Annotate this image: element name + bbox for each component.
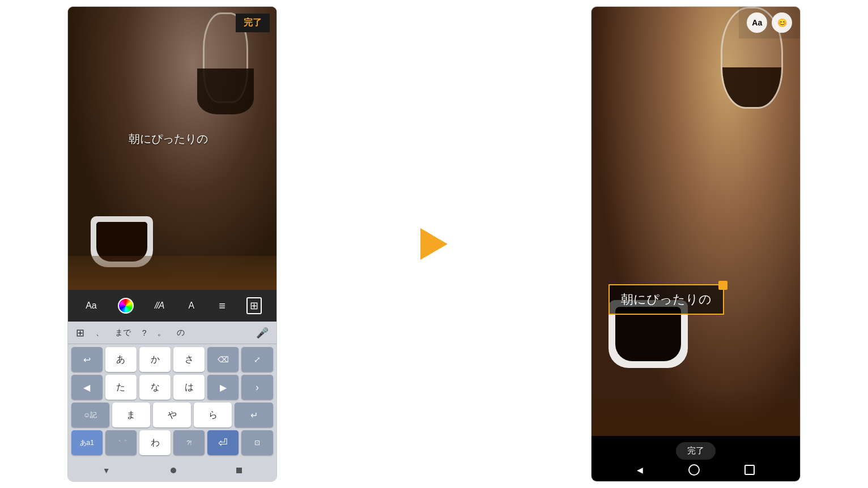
key-na[interactable]: な [139, 375, 171, 400]
right-overlay-text: 朝にぴったりの [621, 292, 712, 306]
key-question-exclaim[interactable]: ?! [173, 430, 205, 455]
suggestion-made[interactable]: まで [112, 327, 134, 339]
left-overlay-text: 朝にぴったりの [129, 131, 208, 147]
coffee-background [68, 7, 276, 290]
home-button[interactable] [688, 464, 700, 476]
key-layout[interactable]: ⊡ [241, 430, 273, 455]
italic-button[interactable]: //A [151, 298, 168, 313]
done-button-top[interactable]: 完了 [236, 14, 270, 32]
key-sa[interactable]: さ [173, 347, 205, 372]
resize-handle[interactable] [718, 281, 727, 290]
mic-button[interactable]: 🎤 [253, 326, 272, 340]
suggestion-period[interactable]: 。 [154, 327, 169, 339]
right-font-button[interactable]: Aa [747, 12, 767, 33]
key-aha1[interactable]: あa1 [71, 430, 103, 455]
right-bottom-bar: 完了 ◀ [592, 436, 800, 481]
nav-down[interactable]: ▼ [103, 466, 110, 475]
right-coffee-background: 朝にぴったりの [592, 7, 800, 436]
right-screen-photo: 朝にぴったりの Aa 😊 [592, 7, 800, 436]
align-button[interactable]: ≡ [215, 297, 229, 315]
keyboard-nav-bar: ▼ [68, 458, 276, 482]
forward-arrow [420, 228, 448, 260]
left-screen-photo: 朝にぴったりの 完了 [68, 7, 276, 290]
right-toolbar: Aa 😊 [739, 7, 800, 38]
suggestion-question[interactable]: ? [139, 327, 150, 339]
shadow-button[interactable]: A [185, 298, 198, 313]
key-ya[interactable]: や [153, 403, 191, 427]
key-ra[interactable]: ら [194, 403, 232, 427]
suggestion-comma[interactable]: 、 [92, 327, 107, 339]
key-expand[interactable]: ⤢ [241, 347, 273, 372]
key-undo[interactable]: ↩ [71, 347, 103, 372]
android-nav: ◀ [592, 464, 800, 476]
right-emoji-button[interactable]: 😊 [772, 12, 792, 33]
key-left[interactable]: ◀ [71, 375, 103, 400]
phone-left: 朝にぴったりの 完了 Aa //A A ≡ ⊞ ⊞ 、 まで ? 。 の 🎤 [67, 6, 277, 482]
key-right[interactable]: ▶ [207, 375, 239, 400]
key-a[interactable]: あ [105, 347, 137, 372]
color-picker-button[interactable] [118, 298, 134, 314]
recents-button[interactable] [744, 465, 755, 475]
key-backspace[interactable]: ⌫ [207, 347, 239, 372]
arrow-container [411, 228, 457, 260]
keyboard-suggestion-bar: ⊞ 、 まで ? 。 の 🎤 [68, 322, 276, 344]
key-ka[interactable]: か [139, 347, 171, 372]
key-ta[interactable]: た [105, 375, 137, 400]
keyboard-area: ⊞ 、 まで ? 。 の 🎤 ↩ あ か さ ⌫ ⤢ ◀ た な [68, 322, 276, 482]
key-emoji[interactable]: ☺記 [71, 403, 109, 427]
key-ma[interactable]: ま [112, 403, 150, 427]
key-return[interactable]: ⏎ [207, 430, 239, 455]
text-toolbar: Aa //A A ≡ ⊞ [68, 290, 276, 322]
suggestion-no[interactable]: の [173, 327, 188, 339]
phone-right: 朝にぴったりの Aa 😊 完了 ◀ [591, 6, 801, 482]
back-button[interactable]: ◀ [637, 465, 643, 474]
done-button-right[interactable]: 完了 [676, 442, 716, 460]
right-text-box[interactable]: 朝にぴったりの [609, 284, 724, 315]
main-container: 朝にぴったりの 完了 Aa //A A ≡ ⊞ ⊞ 、 まで ? 。 の 🎤 [0, 0, 868, 488]
keyboard-grid-icon[interactable]: ⊞ [73, 326, 88, 340]
key-wa[interactable]: わ [139, 430, 171, 455]
key-punct[interactable]: ゛゜ [105, 430, 137, 455]
nav-recents[interactable] [236, 468, 242, 473]
nav-home[interactable] [171, 468, 176, 473]
resize-button[interactable]: ⊞ [246, 297, 262, 314]
key-next[interactable]: › [241, 375, 273, 400]
font-style-button[interactable]: Aa [82, 298, 100, 313]
key-enter[interactable]: ↵ [235, 403, 273, 427]
key-ha[interactable]: は [173, 375, 205, 400]
